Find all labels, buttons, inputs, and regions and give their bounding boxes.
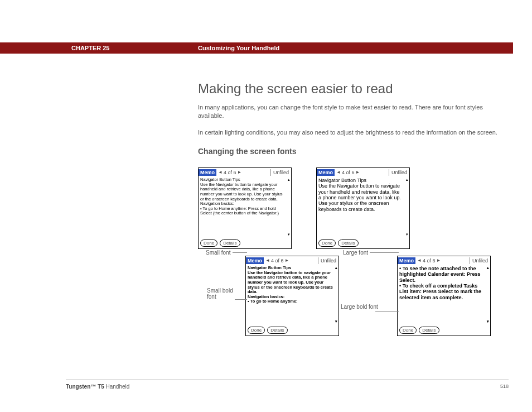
memo-screenshot-small: Memo ◄ 4 of 6 ► Unfiled Navigator Button… (198, 167, 292, 249)
product-name: Tungsten™ T5 Handheld (66, 384, 129, 390)
memo-body: • To see the note attached to the highli… (398, 265, 490, 325)
memo-line: • To see the note attached to the highli… (399, 266, 485, 283)
memo-titlebar: Memo ◄ 4 of 6 ► Unfiled (246, 256, 338, 265)
left-arrow-icon[interactable]: ◄ (336, 170, 341, 175)
done-button[interactable]: Done (200, 239, 217, 247)
memo-body: Navigator Button Tips Use the Navigator … (246, 265, 338, 325)
memo-nav: ◄ 4 of 6 ► (335, 170, 361, 175)
memo-app-label: Memo (317, 169, 335, 176)
chapter-title: Customizing Your Handheld (198, 45, 279, 51)
memo-body: Navigator Button Tips Use the Navigator … (317, 176, 409, 238)
leader-line (233, 252, 247, 253)
memo-line: Use the Navigator button to navigate you… (248, 271, 333, 295)
memo-screenshot-large: Memo ◄ 4 of 6 ► Unfiled Navigator Button… (316, 167, 410, 249)
memo-footer: Done Details (199, 238, 291, 248)
details-button[interactable]: Details (338, 239, 358, 247)
left-arrow-icon[interactable]: ◄ (218, 170, 223, 175)
right-arrow-icon[interactable]: ► (355, 170, 360, 175)
details-button[interactable]: Details (220, 239, 240, 247)
memo-app-label: Memo (398, 257, 415, 264)
memo-category[interactable]: Unfiled (389, 169, 409, 176)
page-heading: Making the screen easier to read (198, 81, 510, 97)
product-name-bold: Tungsten™ T5 (66, 384, 104, 390)
memo-app-label: Memo (246, 257, 264, 264)
chapter-label: CHAPTER 25 (71, 45, 109, 51)
caption-small-font: Small font (206, 250, 230, 256)
memo-counter: 4 of 6 (342, 170, 355, 175)
memo-line: Navigator Button Tips (318, 178, 404, 183)
memo-line: • To check off a completed Tasks List it… (399, 283, 485, 300)
details-button[interactable]: Details (267, 327, 287, 334)
page-footer: Tungsten™ T5 Handheld 518 (66, 380, 509, 390)
memo-footer: Done Details (317, 238, 409, 248)
page-number: 518 (500, 384, 509, 390)
memo-line: Use the Navigator button to navigate you… (318, 183, 404, 212)
intro-paragraph-1: In many applications, you can change the… (198, 103, 510, 121)
scroll-up-icon[interactable]: ▴ (487, 266, 489, 270)
done-button[interactable]: Done (399, 327, 417, 334)
memo-counter: 4 of 6 (423, 258, 436, 264)
memo-counter: 4 of 6 (224, 170, 236, 175)
scroll-down-icon[interactable]: ▾ (288, 232, 290, 237)
memo-line: Use the Navigator button to navigate you… (200, 183, 286, 202)
right-arrow-icon[interactable]: ► (284, 258, 289, 263)
leader-line (370, 252, 399, 253)
scrollbar[interactable]: ▴ ▾ (287, 178, 291, 237)
scroll-up-icon[interactable]: ▴ (406, 178, 408, 182)
memo-nav: ◄ 4 of 6 ► (216, 170, 243, 175)
memo-titlebar: Memo ◄ 4 of 6 ► Unfiled (317, 168, 409, 176)
leader-line (235, 299, 247, 300)
memo-category[interactable]: Unfiled (318, 257, 338, 264)
memo-nav: ◄ 4 of 6 ► (415, 258, 442, 264)
details-button[interactable]: Details (419, 327, 439, 334)
intro-paragraph-2: In certain lighting conditions, you may … (198, 128, 510, 137)
right-arrow-icon[interactable]: ► (237, 170, 241, 175)
done-button[interactable]: Done (248, 327, 265, 334)
memo-counter: 4 of 6 (271, 258, 284, 264)
leader-line (375, 311, 399, 312)
caption-large-bold-font: Large bold font (341, 304, 380, 310)
memo-body: Navigator Button Tips Use the Navigator … (199, 176, 291, 238)
section-heading: Changing the screen fonts (198, 147, 510, 156)
left-arrow-icon[interactable]: ◄ (265, 258, 270, 263)
memo-category[interactable]: Unfiled (470, 257, 490, 264)
scroll-down-icon[interactable]: ▾ (406, 232, 408, 237)
memo-footer: Done Details (398, 325, 490, 336)
screenshots-group: Memo ◄ 4 of 6 ► Unfiled Navigator Button… (198, 167, 510, 346)
done-button[interactable]: Done (318, 239, 336, 247)
main-content: Making the screen easier to read In many… (198, 81, 510, 161)
scrollbar[interactable]: ▴ ▾ (334, 266, 338, 324)
memo-screenshot-large-bold: Memo ◄ 4 of 6 ► Unfiled • To see the not… (397, 256, 491, 336)
product-name-rest: Handheld (104, 384, 130, 390)
scrollbar[interactable]: ▴ ▾ (405, 178, 409, 237)
memo-nav: ◄ 4 of 6 ► (264, 258, 291, 264)
chapter-header: CHAPTER 25 Customizing Your Handheld (0, 42, 513, 54)
right-arrow-icon[interactable]: ► (436, 258, 441, 263)
scroll-down-icon[interactable]: ▾ (335, 319, 337, 324)
memo-titlebar: Memo ◄ 4 of 6 ► Unfiled (398, 256, 490, 265)
memo-titlebar: Memo ◄ 4 of 6 ► Unfiled (199, 168, 291, 176)
scroll-up-icon[interactable]: ▴ (335, 266, 337, 270)
memo-line: • To go to Home anytime: (248, 299, 333, 304)
memo-line: • To go to Home anytime: Press and hold … (200, 207, 286, 216)
memo-screenshot-small-bold: Memo ◄ 4 of 6 ► Unfiled Navigator Button… (245, 256, 339, 336)
caption-large-font: Large font (343, 250, 368, 256)
left-arrow-icon[interactable]: ◄ (417, 258, 422, 263)
scroll-down-icon[interactable]: ▾ (487, 319, 489, 324)
scroll-up-icon[interactable]: ▴ (288, 178, 290, 182)
caption-small-bold-font: Small bold font (207, 288, 240, 300)
scrollbar[interactable]: ▴ ▾ (486, 266, 490, 324)
memo-footer: Done Details (246, 325, 338, 336)
memo-app-label: Memo (199, 169, 216, 176)
memo-category[interactable]: Unfiled (270, 169, 291, 176)
